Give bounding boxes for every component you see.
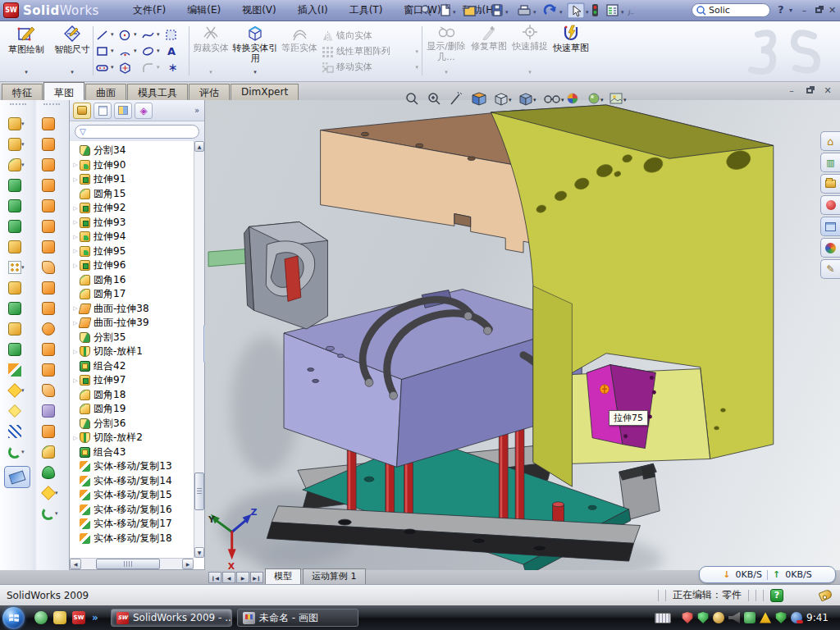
tree-item[interactable]: 组合42 xyxy=(71,359,193,374)
expand-arrow-icon[interactable]: ▷ xyxy=(71,219,80,226)
ribbon-tab[interactable]: 特征 xyxy=(2,84,43,100)
toolbar-icon[interactable] xyxy=(2,277,34,298)
polygon-tool[interactable] xyxy=(118,59,141,75)
toolbar-icon[interactable]: ▾ xyxy=(2,441,34,462)
tree-item[interactable]: ▷拉伸90 xyxy=(71,158,193,173)
circle-tool[interactable]: ▾ xyxy=(118,26,141,43)
tree-item[interactable]: 实体-移动/复制15 xyxy=(71,488,193,503)
toolbar-icon[interactable] xyxy=(2,421,34,441)
taskbar-window-button[interactable]: 未命名 - 画图 xyxy=(237,609,358,627)
toolbar-icon[interactable] xyxy=(2,298,34,318)
menu-item[interactable]: 工具(T) xyxy=(339,0,394,21)
horizontal-scroll-thumb[interactable] xyxy=(96,559,160,569)
help-button[interactable]: ? xyxy=(778,3,784,16)
toolbar-icon[interactable]: ▾ xyxy=(2,134,34,154)
taskbar-clock[interactable]: 9:41 xyxy=(806,612,829,623)
expand-arrow-icon[interactable]: ▷ xyxy=(71,176,80,183)
doc-close-button[interactable]: ✕ xyxy=(820,84,835,97)
toolbar-icon[interactable] xyxy=(2,359,34,380)
quick-launch-icon[interactable]: » xyxy=(91,611,99,624)
appearances-tab[interactable] xyxy=(820,238,840,258)
tree-item[interactable]: 分割36 xyxy=(71,417,193,431)
rectangle-tool[interactable]: ▾ xyxy=(95,43,118,59)
tree-item[interactable]: 实体-移动/复制14 xyxy=(71,474,193,489)
ribbon-tab[interactable]: 草图 xyxy=(43,82,84,100)
tree-item[interactable]: ▷拉伸94 xyxy=(71,230,193,244)
start-button[interactable] xyxy=(2,607,25,629)
expand-arrow-icon[interactable]: ▷ xyxy=(71,234,80,240)
close-button[interactable]: ✕ xyxy=(825,4,839,16)
tree-item[interactable]: 圆角19 xyxy=(71,402,193,417)
tree-item[interactable]: ▷切除-放样1 xyxy=(71,345,193,359)
quick-launch-icon[interactable] xyxy=(53,611,66,624)
ellipse-tool[interactable]: ▾ xyxy=(141,43,164,59)
tree-item[interactable]: 圆角18 xyxy=(71,388,193,403)
tray-icon[interactable] xyxy=(697,612,709,623)
configuration-manager-tab[interactable] xyxy=(114,103,132,119)
toolbar-icon[interactable] xyxy=(35,175,68,195)
tree-item[interactable]: 实体-移动/复制13 xyxy=(71,459,193,474)
expand-arrow-icon[interactable]: ▷ xyxy=(71,248,80,254)
network-speed-overlay[interactable]: ↓ 0KB/S ↑ 0KB/S xyxy=(699,566,836,583)
doc-tab[interactable]: 模型 xyxy=(265,568,301,584)
sketch-button[interactable]: 草图绘制▾ xyxy=(5,24,48,78)
sketch-fillet-tool[interactable]: ▾ xyxy=(141,59,164,75)
scroll-up-button[interactable]: ▲ xyxy=(194,141,204,152)
tray-icon[interactable] xyxy=(728,612,740,623)
expand-arrow-icon[interactable]: ▷ xyxy=(71,349,80,355)
tree-item[interactable]: 圆角16 xyxy=(71,273,193,288)
tree-item[interactable]: 实体-移动/复制16 xyxy=(71,503,193,518)
menu-item[interactable]: 插入(I) xyxy=(287,0,339,21)
custom-properties-tab[interactable]: ✎ xyxy=(820,259,840,279)
offset-entities-button[interactable]: 等距实体 xyxy=(280,24,319,78)
vertical-scroll-thumb[interactable] xyxy=(194,472,204,510)
toolbar-icon[interactable] xyxy=(2,236,34,257)
toolbar-icon[interactable]: ▾ xyxy=(2,154,34,175)
ribbon-tab[interactable]: 模具工具 xyxy=(127,84,188,100)
tray-icon[interactable] xyxy=(713,612,724,623)
tree-item[interactable]: ▷拉伸97 xyxy=(71,373,193,388)
toolbar-icon[interactable] xyxy=(35,441,68,462)
tree-filter-input[interactable]: ▽ xyxy=(75,125,199,139)
prev-tab-button[interactable]: ◀ xyxy=(222,572,235,583)
search-value[interactable]: Solic xyxy=(709,5,730,16)
tree-item[interactable]: ▷曲面-拉伸39 xyxy=(71,316,193,331)
move-entities-button[interactable]: 移动实体▾ xyxy=(322,59,418,75)
toolbar-icon[interactable] xyxy=(35,277,68,298)
quick-access-icons[interactable]: ▾▾▾▾▾▾▾ⅉ.. xyxy=(417,2,687,20)
expand-arrow-icon[interactable]: ▷ xyxy=(71,377,80,384)
design-library-tab[interactable]: ▥ xyxy=(820,153,840,172)
select-region-tool[interactable] xyxy=(164,26,187,43)
mirror-entities-button[interactable]: 镜向实体 xyxy=(322,28,418,43)
tree-item[interactable]: ▷拉伸92 xyxy=(71,201,193,216)
tree-item[interactable]: ▷切除-放样2 xyxy=(71,431,193,445)
quick-launch-icon[interactable] xyxy=(34,611,48,624)
toolbar-icon[interactable] xyxy=(35,318,68,339)
text-tool[interactable]: A xyxy=(164,43,187,59)
toolbar-icon[interactable] xyxy=(2,318,34,339)
toolbar-icon[interactable] xyxy=(35,462,68,482)
tree-item[interactable]: ▷曲面-拉伸38 xyxy=(71,302,193,317)
scroll-right-button[interactable]: ▶ xyxy=(182,559,194,569)
expand-arrow-icon[interactable]: ▷ xyxy=(71,435,80,441)
view-palette-tab[interactable] xyxy=(820,217,840,236)
doc-tab[interactable]: 运动算例 1 xyxy=(303,568,366,584)
minimize-button[interactable]: – xyxy=(797,4,811,16)
ribbon-tab[interactable]: 评估 xyxy=(189,84,230,100)
toolbar-icon[interactable]: ▾ xyxy=(2,113,34,134)
tray-icon[interactable] xyxy=(744,612,756,623)
file-explorer-tab[interactable] xyxy=(820,174,840,194)
tray-icon[interactable] xyxy=(760,612,771,623)
tag-icon[interactable] xyxy=(818,588,833,601)
restore-button[interactable] xyxy=(811,4,825,16)
ribbon-tab[interactable]: DimXpert xyxy=(231,84,299,100)
arc-tool[interactable]: ▾ xyxy=(118,43,141,59)
convert-entities-button[interactable]: 转换实体引用▾ xyxy=(232,24,278,78)
expand-arrow-icon[interactable]: ▷ xyxy=(71,205,80,212)
tree-item[interactable]: 分割34 xyxy=(71,144,193,158)
tree-item[interactable]: 圆角15 xyxy=(71,187,193,202)
tray-icon[interactable] xyxy=(682,612,693,623)
toolbar-icon[interactable] xyxy=(35,154,68,175)
tray-icon[interactable] xyxy=(775,612,787,623)
first-tab-button[interactable]: ❙◀ xyxy=(208,572,221,583)
